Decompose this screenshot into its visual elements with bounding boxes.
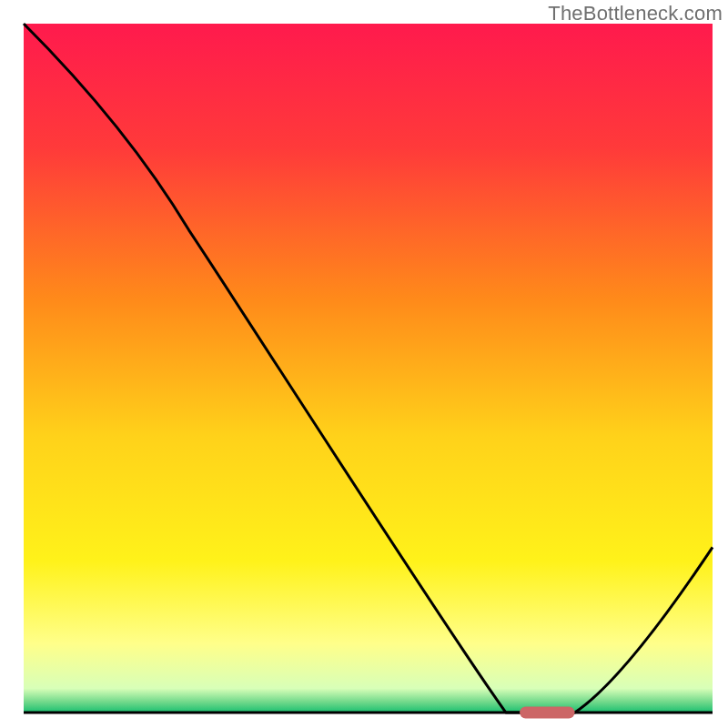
chart-container: TheBottleneck.com	[0, 0, 728, 728]
plot-area	[24, 24, 713, 713]
watermark-text: TheBottleneck.com	[548, 2, 723, 25]
bottleneck-chart	[0, 0, 728, 728]
optimal-marker	[520, 707, 575, 719]
